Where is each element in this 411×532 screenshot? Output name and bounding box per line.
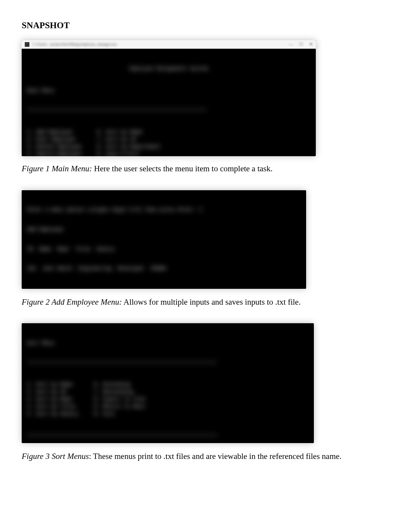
maximize-icon[interactable]: ☐: [299, 41, 303, 47]
menu-item: 1. Sort by Name: [27, 382, 79, 388]
menu-item: 8. Sort by Department: [97, 144, 160, 150]
menu-header: Main Menu: [27, 88, 310, 94]
menu-item: 7. Sort by ID: [97, 136, 160, 143]
caption-desc: Here the user selects the menu item to c…: [92, 164, 273, 173]
menu-item: 6. Ascending: [94, 382, 146, 388]
figure-3: Sort Menu ══════════════════════════════…: [22, 323, 389, 462]
menu-item: 2. Edit Employee: [27, 136, 81, 143]
caption-label: Figure 1 Main Menu:: [22, 164, 92, 173]
menu-item: 2. Sort by ID: [27, 389, 79, 396]
figure-2: Enter a menu option (single digit 0-9) t…: [22, 190, 389, 308]
menu-item: 3. Delete Employee: [27, 144, 81, 150]
console-body: Employee Management System Main Menu ═══…: [22, 49, 316, 156]
app-icon: [25, 42, 29, 47]
figure-1-caption: Figure 1 Main Menu: Here the user select…: [22, 163, 389, 174]
menu-item: 6. Sort by Name: [97, 129, 160, 136]
fields-header: ID Name Dept Title Salary: [27, 246, 301, 253]
minimize-icon[interactable]: —: [289, 41, 293, 47]
figure-2-caption: Figure 2 Add Employee Menu: Allows for m…: [22, 297, 389, 308]
titlebar-path: C:\Users\...\project\bin\Debug\employee_…: [33, 42, 286, 47]
divider: ════════════════════════════════════════…: [27, 433, 308, 439]
console-body: Sort Menu ══════════════════════════════…: [22, 323, 314, 443]
menu-header: Sort Menu: [27, 340, 308, 347]
console-prompt: Enter a menu option (single digit 0-9) t…: [27, 207, 301, 213]
menu-item: 4. Sort by Title: [27, 404, 79, 410]
figure-3-console: Sort Menu ══════════════════════════════…: [22, 323, 314, 443]
page-heading: SNAPSHOT: [22, 19, 389, 32]
menu-item: 1. Add Employee: [27, 129, 81, 136]
caption-desc: : These menus print to .txt files and ar…: [89, 452, 342, 461]
divider: ════════════════════════════════════════…: [27, 360, 308, 366]
figure-1: C:\Users\...\project\bin\Debug\employee_…: [22, 40, 389, 174]
console-title: Employee Management System: [27, 66, 310, 72]
menu-item: 0. Exit: [94, 411, 146, 418]
caption-label: Figure 3 Sort Menus: [22, 452, 89, 461]
menu-item: 5. Sort by Salary: [27, 411, 79, 418]
figure-1-console: C:\Users\...\project\bin\Debug\employee_…: [22, 40, 316, 156]
figure-3-caption: Figure 3 Sort Menus: These menus print t…: [22, 451, 389, 462]
menu-item: 4. Search Employee: [27, 151, 81, 157]
menu-item: 3. Sort by Dept: [27, 396, 79, 403]
caption-label: Figure 2 Add Employee Menu:: [22, 297, 122, 307]
console-body: Enter a menu option (single digit 0-9) t…: [22, 190, 306, 289]
caption-desc: Allows for multiple inputs and saves inp…: [122, 297, 301, 307]
menu-item: 8. Export to file: [94, 396, 146, 403]
window-titlebar: C:\Users\...\project\bin\Debug\employee_…: [22, 40, 316, 49]
close-icon[interactable]: ✕: [309, 41, 313, 47]
menu-item: 7. Descending: [94, 389, 146, 396]
sub-header: Add Employee: [27, 227, 301, 233]
menu-item: 9. Return to Main: [94, 404, 146, 410]
menu-item: 9. Save & Exit: [97, 151, 160, 157]
fields-input: 101 John Smith Engineering Developer 650…: [27, 266, 301, 272]
divider: ════════════════════════════════════════…: [27, 107, 310, 114]
figure-2-console: Enter a menu option (single digit 0-9) t…: [22, 190, 306, 289]
